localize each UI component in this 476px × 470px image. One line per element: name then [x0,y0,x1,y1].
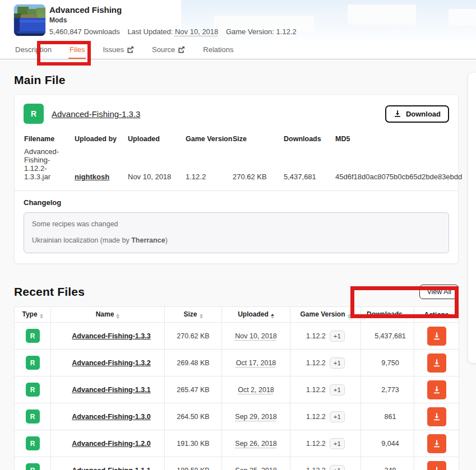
file-name-cell: Advanced-Fishing-1.3.3 [51,323,165,350]
tab-files[interactable]: Files [68,42,86,59]
file-uploaded-cell: Sep 29, 2018 [222,403,290,430]
column-header-type[interactable]: Type [15,307,51,323]
table-row: R Advanced-Fishing-1.3.2 269.48 KB Oct 1… [15,350,459,376]
project-category[interactable]: Mods [49,16,297,24]
main-file-heading: Main File [14,73,459,87]
table-row: R Advanced-Fishing-1.3.0 264.50 KB Sep 2… [15,403,459,430]
file-type-cell: R [15,457,51,470]
file-actions-cell [414,403,459,430]
release-type-badge: R [26,463,40,470]
column-header-actions: Actions [414,307,459,323]
sort-arrows-icon [271,314,274,319]
download-button[interactable]: Download [385,105,449,123]
main-file-details: Filename Uploaded by Uploaded Game Versi… [24,135,449,181]
file-game-version-cell: 1.12.2+1 [290,350,361,376]
column-header-downloads[interactable]: Downloads [361,307,414,323]
column-header-size[interactable]: Size [165,307,222,323]
download-icon [432,466,441,470]
detail-header: Downloads [284,135,335,145]
tab-issues[interactable]: Issues [101,42,135,59]
release-type-badge: R [24,104,44,124]
download-file-button[interactable] [427,380,446,399]
release-type-badge: R [26,383,40,397]
tab-source[interactable]: Source [151,42,186,59]
file-actions-cell [414,323,459,350]
download-icon [432,412,441,421]
detail-header: Uploaded by [75,135,128,145]
sort-arrows-icon [405,314,408,319]
download-file-button[interactable] [427,461,446,470]
file-size-cell: 265.47 KB [165,376,222,403]
file-downloads-cell: 9,750 [361,350,414,376]
column-header-game-version[interactable]: Game Version [290,307,361,323]
file-game-version-cell: 1.12.2+1 [290,376,361,403]
release-type-badge: R [26,436,40,450]
download-icon [432,332,441,341]
project-header: Advanced Fishing Mods 5,460,847 Download… [0,0,476,59]
project-title: Advanced Fishing [49,5,297,15]
release-type-badge: R [26,356,40,370]
uploader-link[interactable]: nightkosh [75,173,109,181]
file-downloads-cell: 5,437,681 [361,323,414,350]
file-downloads-cell: 9,044 [361,430,414,457]
file-link[interactable]: Advanced-Fishing-1.2.0 [72,440,150,448]
download-icon [432,359,441,367]
file-uploaded-cell: Oct 2, 2018 [222,376,290,403]
tab-bar: Description Files Issues Source Relation… [14,42,234,59]
download-file-button[interactable] [427,353,446,373]
file-actions-cell [414,457,459,470]
recent-files-tbody: R Advanced-Fishing-1.3.3 270.62 KB Nov 1… [15,323,459,470]
file-name-cell: Advanced-Fishing-1.1.1 [51,457,165,470]
view-all-button[interactable]: View All [419,285,459,299]
download-file-button[interactable] [427,434,446,453]
game-version-value: 1.12.2 [276,27,297,36]
file-link[interactable]: Advanced-Fishing-1.1.1 [72,467,150,470]
file-link[interactable]: Advanced-Fishing-1.3.3 [72,332,150,340]
extra-versions-chip[interactable]: +1 [330,331,345,342]
file-uploaded-cell: Sep 25, 2018 [222,457,290,470]
file-type-cell: R [15,323,51,350]
column-header-uploaded[interactable]: Uploaded [222,307,290,323]
extra-versions-chip[interactable]: +1 [330,465,345,470]
file-uploaded-cell: Sep 26, 2018 [222,430,290,457]
main-file-card: R Advanced-Fishing-1.3.3 Download Filena… [14,94,459,264]
extra-versions-chip[interactable]: +1 [330,438,345,449]
file-link[interactable]: Advanced-Fishing-1.3.1 [72,386,150,394]
file-link[interactable]: Advanced-Fishing-1.3.0 [72,413,150,421]
file-name-cell: Advanced-Fishing-1.3.2 [51,350,165,376]
external-link-icon [127,46,134,53]
extra-versions-chip[interactable]: +1 [330,384,345,395]
game-version-label: Game Version: [226,27,274,36]
downloads-total: 5,460,847 Downloads [49,27,120,36]
changelog-line: Some recipes was changed [32,220,441,228]
file-downloads-cell: 2,773 [361,376,414,403]
detail-md5: 45d6f18d0ac8075b0cb65d2bde83ebdd [335,173,468,181]
extra-versions-chip[interactable]: +1 [330,357,345,369]
file-game-version-cell: 1.12.2+1 [290,403,361,430]
file-actions-cell [414,430,459,457]
detail-header: Size [233,135,284,145]
extra-versions-chip[interactable]: +1 [330,411,345,422]
file-uploaded-cell: Nov 10, 2018 [222,323,290,350]
banner-cloud [449,9,476,26]
file-name-cell: Advanced-Fishing-1.3.0 [51,403,165,430]
file-type-cell: R [15,350,51,376]
main-file-link[interactable]: Advanced-Fishing-1.3.3 [52,109,140,119]
sort-arrows-icon [116,314,119,319]
download-icon [394,110,401,118]
table-row: R Advanced-Fishing-1.3.3 270.62 KB Nov 1… [15,323,459,350]
file-size-cell: 264.50 KB [165,403,222,430]
project-logo [14,4,45,36]
download-file-button[interactable] [427,407,446,426]
sort-arrows-icon [348,314,351,319]
column-header-name[interactable]: Name [51,307,165,323]
file-downloads-cell: 249 [361,457,414,470]
download-file-button[interactable] [427,327,446,346]
file-uploaded-cell: Oct 17, 2018 [222,350,290,376]
last-updated-value: Nov 10, 2018 [175,27,218,36]
detail-size: 270.62 KB [233,173,284,181]
tab-description[interactable]: Description [14,42,53,59]
tab-relations[interactable]: Relations [202,42,234,59]
file-link[interactable]: Advanced-Fishing-1.3.2 [72,359,150,367]
recent-files-table: Type Name Size Uploaded Game Version Dow… [14,306,459,470]
